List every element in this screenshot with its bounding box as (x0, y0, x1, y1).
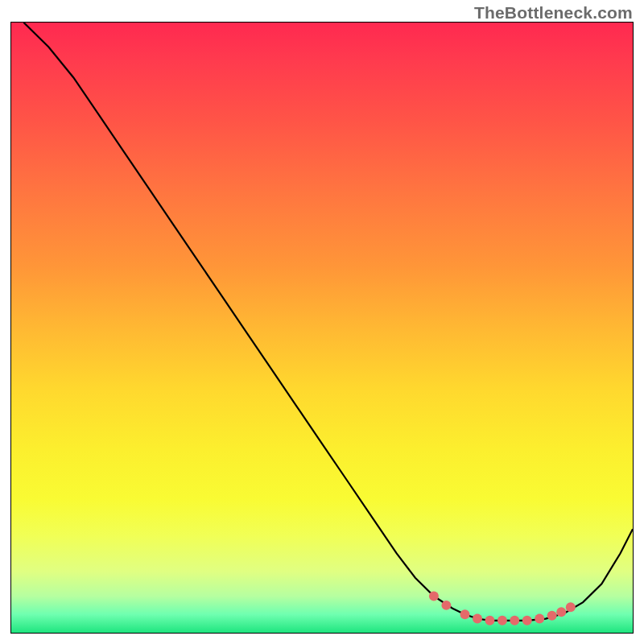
valley-marker (441, 601, 451, 610)
bottleneck-curve (23, 23, 633, 621)
valley-marker (497, 616, 507, 625)
valley-marker (556, 607, 566, 617)
attribution-text: TheBottleneck.com (474, 3, 633, 23)
valley-marker (510, 616, 519, 625)
valley-marker (460, 609, 470, 619)
valley-marker (535, 614, 544, 624)
chart-container: TheBottleneck.com (0, 0, 644, 644)
valley-marker (485, 616, 494, 625)
valley-marker (522, 616, 532, 625)
valley-marker (429, 592, 439, 601)
valley-marker (566, 602, 576, 612)
valley-marker (473, 614, 482, 624)
curve-svg (11, 23, 633, 633)
plot-area (10, 22, 634, 634)
valley-marker (547, 611, 557, 621)
